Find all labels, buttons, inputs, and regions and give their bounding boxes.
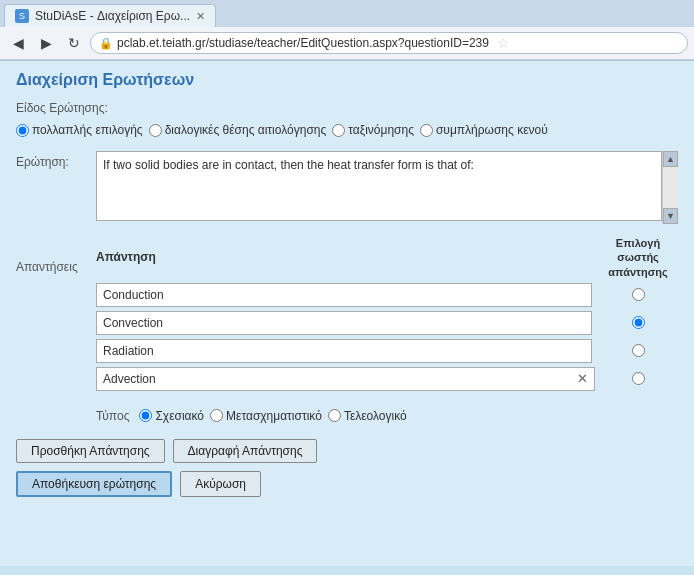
buttons-row-2: Αποθήκευση ερώτησης Ακύρωση bbox=[16, 471, 678, 497]
answers-field-label: Απαντήσεις bbox=[16, 236, 86, 274]
radio-multi[interactable]: πολλαπλής επιλογής bbox=[16, 123, 143, 137]
radio-fill-label: συμπλήρωσης κενού bbox=[436, 123, 548, 137]
typos-teleo-input[interactable] bbox=[328, 409, 341, 422]
answer-radio-3[interactable] bbox=[632, 344, 645, 357]
forward-button[interactable]: ▶ bbox=[34, 31, 58, 55]
answer-radio-cell-3 bbox=[598, 344, 678, 357]
question-row: Ερώτηση: If two solid bodies are in cont… bbox=[16, 151, 678, 224]
question-textarea-wrap: If two solid bodies are in contact, then… bbox=[96, 151, 678, 224]
radio-multi-label: πολλαπλής επιλογής bbox=[32, 123, 143, 137]
bookmark-icon[interactable]: ☆ bbox=[497, 35, 510, 51]
refresh-button[interactable]: ↻ bbox=[62, 31, 86, 55]
question-type-label: Είδος Ερώτησης: bbox=[16, 101, 678, 115]
answer-row-4: ✕ bbox=[96, 367, 678, 391]
answer-radio-cell-4 bbox=[598, 372, 678, 385]
tab-label: StuDiAsE - Διαχείριση Ερω... bbox=[35, 9, 190, 23]
answer-row-2 bbox=[96, 311, 678, 335]
back-button[interactable]: ◀ bbox=[6, 31, 30, 55]
page-content: Διαχείριση Ερωτήσεων Είδος Ερώτησης: πολ… bbox=[0, 61, 694, 566]
question-type-group: πολλαπλής επιλογής διαλογικές θέσης αιτι… bbox=[16, 123, 678, 137]
answer-input-3[interactable] bbox=[96, 339, 592, 363]
question-field-label: Ερώτηση: bbox=[16, 151, 86, 169]
radio-dialog[interactable]: διαλογικές θέσης αιτιολόγησης bbox=[149, 123, 327, 137]
radio-tax-input[interactable] bbox=[332, 124, 345, 137]
answer-radio-1[interactable] bbox=[632, 288, 645, 301]
answer-row-1 bbox=[96, 283, 678, 307]
answer-radio-4[interactable] bbox=[632, 372, 645, 385]
answers-section: Απαντήσεις Απάντηση Επιλογή σωστής απάντ… bbox=[16, 236, 678, 395]
nav-bar: ◀ ▶ ↻ 🔒 pclab.et.teiath.gr/studiase/teac… bbox=[0, 27, 694, 60]
answer-row-3 bbox=[96, 339, 678, 363]
buttons-row-1: Προσθήκη Απάντησης Διαγραφή Απάντησης bbox=[16, 439, 678, 463]
scrollbar-down-icon[interactable]: ▼ bbox=[663, 208, 678, 224]
radio-multi-input[interactable] bbox=[16, 124, 29, 137]
answer-input-1[interactable] bbox=[96, 283, 592, 307]
typos-meta[interactable]: Μετασχηματιστικό bbox=[210, 409, 322, 423]
add-answer-button[interactable]: Προσθήκη Απάντησης bbox=[16, 439, 165, 463]
typos-meta-label: Μετασχηματιστικό bbox=[226, 409, 322, 423]
save-button[interactable]: Αποθήκευση ερώτησης bbox=[16, 471, 172, 497]
browser-chrome: S StuDiAsE - Διαχείριση Ερω... ✕ ◀ ▶ ↻ 🔒… bbox=[0, 0, 694, 61]
answer-clear-icon[interactable]: ✕ bbox=[573, 371, 592, 386]
answer-radio-cell-1 bbox=[598, 288, 678, 301]
answer-input-2[interactable] bbox=[96, 311, 592, 335]
radio-fill[interactable]: συμπλήρωσης κενού bbox=[420, 123, 548, 137]
tab-favicon: S bbox=[15, 9, 29, 23]
typos-teleo[interactable]: Τελεολογικό bbox=[328, 409, 407, 423]
address-bar[interactable]: 🔒 pclab.et.teiath.gr/studiase/teacher/Ed… bbox=[90, 32, 688, 54]
typos-teleo-label: Τελεολογικό bbox=[344, 409, 407, 423]
typos-row: Τύπος Σχεσιακό Μετασχηματιστικό Τελεολογ… bbox=[96, 409, 678, 423]
answers-col-header: Απάντηση bbox=[96, 250, 598, 264]
typos-label: Τύπος bbox=[96, 409, 129, 423]
radio-dialog-input[interactable] bbox=[149, 124, 162, 137]
radio-fill-input[interactable] bbox=[420, 124, 433, 137]
typos-meta-input[interactable] bbox=[210, 409, 223, 422]
tab-bar: S StuDiAsE - Διαχείριση Ερω... ✕ bbox=[0, 0, 694, 27]
answers-header: Απάντηση Επιλογή σωστής απάντησης bbox=[96, 236, 678, 279]
cancel-button[interactable]: Ακύρωση bbox=[180, 471, 261, 497]
page-title: Διαχείριση Ερωτήσεων bbox=[16, 71, 678, 89]
active-tab[interactable]: S StuDiAsE - Διαχείριση Ερω... ✕ bbox=[4, 4, 216, 27]
typos-sxesiako-label: Σχεσιακό bbox=[155, 409, 204, 423]
tab-close-icon[interactable]: ✕ bbox=[196, 10, 205, 23]
scrollbar-up-icon[interactable]: ▲ bbox=[663, 151, 678, 167]
answer-radio-2[interactable] bbox=[632, 316, 645, 329]
radio-tax[interactable]: ταξινόμησης bbox=[332, 123, 414, 137]
delete-answer-button[interactable]: Διαγραφή Απάντησης bbox=[173, 439, 318, 463]
answers-content: Απάντηση Επιλογή σωστής απάντησης bbox=[96, 236, 678, 395]
answer-radio-cell-2 bbox=[598, 316, 678, 329]
typos-sxesiako[interactable]: Σχεσιακό bbox=[139, 409, 204, 423]
lock-icon: 🔒 bbox=[99, 37, 113, 50]
answer-input-4[interactable] bbox=[96, 367, 595, 391]
correct-col-header: Επιλογή σωστής απάντησης bbox=[598, 236, 678, 279]
question-scrollbar[interactable]: ▲ ▼ bbox=[662, 151, 678, 224]
question-textarea[interactable]: If two solid bodies are in contact, then… bbox=[96, 151, 662, 221]
url-text: pclab.et.teiath.gr/studiase/teacher/Edit… bbox=[117, 36, 489, 50]
typos-sxesiako-input[interactable] bbox=[139, 409, 152, 422]
radio-tax-label: ταξινόμησης bbox=[348, 123, 414, 137]
radio-dialog-label: διαλογικές θέσης αιτιολόγησης bbox=[165, 123, 327, 137]
